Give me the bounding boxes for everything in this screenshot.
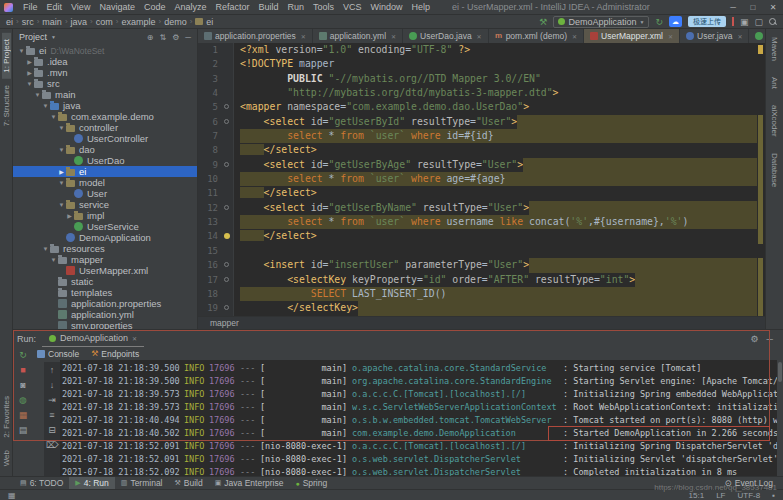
breadcrumb-item[interactable]: java (71, 17, 88, 27)
tab-usermapper-xml[interactable]: UserMapper.xml✕ (584, 29, 680, 43)
clear-all-icon[interactable]: ⌦ (46, 440, 59, 450)
tab-application-properties[interactable]: application.properties✕ (198, 29, 313, 43)
menu-file[interactable]: File (19, 2, 42, 12)
menu-tools[interactable]: Tools (309, 2, 338, 12)
print-icon[interactable]: ⊟ (48, 425, 56, 435)
hide-panel-icon[interactable]: ─ (185, 33, 191, 42)
gutter-icon-area[interactable] (222, 143, 234, 157)
tree-item-userservice[interactable]: UserService (13, 221, 197, 232)
fold-icon[interactable] (224, 119, 229, 124)
settings-icon[interactable]: ⚙ (172, 33, 179, 42)
maximize-button[interactable]: □ (743, 3, 763, 12)
fold-icon[interactable] (224, 277, 229, 282)
down-stacktrace-icon[interactable]: ↓ (50, 380, 55, 390)
tree-item-static[interactable]: static (13, 276, 197, 287)
build-hammer-icon[interactable]: ⚒ (539, 17, 547, 27)
tree-arrow-icon[interactable]: ▶ (65, 212, 74, 219)
breadcrumb-item[interactable]: com (96, 17, 113, 27)
gutter-icon-area[interactable] (222, 86, 234, 100)
caret-position[interactable]: 15:1 (689, 491, 705, 500)
stripe-structure[interactable]: 7: Structure (2, 79, 11, 132)
pin-icon[interactable]: ▤ (19, 425, 28, 435)
tree-arrow-icon[interactable]: ▼ (49, 257, 58, 263)
tree-arrow-icon[interactable]: ▼ (17, 48, 26, 54)
tab-console[interactable]: Console (37, 349, 79, 359)
scroll-to-end-icon[interactable]: ≡ (49, 410, 54, 420)
fold-icon[interactable] (224, 104, 229, 109)
toolwindow-button-build[interactable]: ⚒Build (169, 477, 209, 489)
gutter-icon-area[interactable] (222, 72, 234, 86)
stop-icon[interactable]: ■ (20, 365, 25, 375)
collapse-all-icon[interactable]: ⇅ (159, 33, 166, 42)
menu-edit[interactable]: Edit (43, 2, 67, 12)
tree-arrow-icon[interactable]: ▶ (57, 168, 66, 175)
menu-navigate[interactable]: Navigate (95, 2, 139, 12)
tree-item-main[interactable]: ▼main (13, 89, 197, 100)
gutter-icon-area[interactable] (222, 273, 234, 287)
gutter-icon-area[interactable] (222, 115, 234, 129)
gutter-icon-area[interactable] (222, 43, 234, 57)
up-stacktrace-icon[interactable]: ↑ (50, 365, 55, 375)
tree-item-usermapper-xml[interactable]: UserMapper.xml (13, 265, 197, 276)
tree-item-dao[interactable]: ▼dao (13, 144, 197, 155)
gutter-icon-area[interactable] (222, 258, 234, 272)
toolwindow-button-spring[interactable]: ●Spring (289, 477, 333, 489)
fold-icon[interactable] (224, 262, 229, 267)
tree-item-com-example-demo[interactable]: ▼com.example.demo (13, 111, 197, 122)
close-icon[interactable]: ✕ (301, 33, 306, 40)
fold-icon[interactable] (224, 205, 229, 210)
tree-arrow-icon[interactable]: ▶ (25, 58, 34, 65)
fold-icon[interactable] (224, 305, 229, 310)
run-tab-demoapplication[interactable]: DemoApplication ✕ (42, 330, 144, 347)
tree-item-src[interactable]: ▼src (13, 78, 197, 89)
gutter-icon-area[interactable] (222, 229, 234, 243)
breadcrumb-item[interactable]: example (121, 17, 155, 27)
soft-wrap-icon[interactable]: ⇥ (48, 395, 56, 405)
tree-item-application-yml[interactable]: application.yml (13, 309, 197, 320)
toolwindow-button-terminal[interactable]: ▥Terminal (115, 477, 169, 489)
gutter-icon-area[interactable] (222, 301, 234, 315)
toolwindow-button-java-enterprise[interactable]: ▣Java Enterprise (209, 477, 290, 489)
breadcrumb-item[interactable]: ei (6, 17, 13, 27)
menu-view[interactable]: View (67, 2, 94, 12)
code-editor[interactable]: 1<?xml version="1.0" encoding="UTF-8" ?>… (198, 43, 757, 316)
close-button[interactable]: ✕ (763, 3, 783, 12)
project-view-icon[interactable]: ▣ (740, 17, 749, 27)
tree-arrow-icon[interactable]: ▼ (41, 103, 50, 109)
tree-item-userdao[interactable]: UserDao (13, 155, 197, 166)
rerun-icon[interactable]: ↻ (19, 350, 27, 360)
menu-vcs[interactable]: VCS (339, 2, 366, 12)
search-everywhere-icon[interactable] (769, 18, 777, 26)
tab-userservice-java[interactable]: UserService.java✕ (749, 29, 765, 43)
tool-window-switcher-icon[interactable]: ▦ (8, 491, 16, 500)
stripe-favorites[interactable]: 2: Favorites (2, 390, 11, 444)
menu-help[interactable]: Help (408, 2, 435, 12)
gutter-icon-area[interactable] (222, 287, 234, 301)
close-icon[interactable]: ✕ (391, 33, 396, 40)
close-icon[interactable]: ✕ (668, 33, 673, 40)
tree-item-application-properties[interactable]: application.properties (13, 298, 197, 309)
locate-icon[interactable]: ⊕ (147, 33, 154, 42)
hide-panel-icon[interactable]: ─ (767, 334, 773, 344)
tree-item-smy-properties[interactable]: smy.properties (13, 320, 197, 329)
tree-arrow-icon[interactable]: ▼ (33, 92, 42, 98)
tree-arrow-icon[interactable]: ▼ (57, 125, 66, 131)
tab-application-yml[interactable]: application.yml✕ (313, 29, 403, 43)
cloud-plugin-icon[interactable]: ☁ (669, 16, 682, 27)
gutter-icon-area[interactable] (222, 100, 234, 114)
tree-item--idea[interactable]: ▶.idea (13, 56, 197, 67)
toolwindow-button-4--run[interactable]: ▶4: Run (69, 477, 114, 489)
tree-item--mvn[interactable]: ▶.mvn (13, 67, 197, 78)
tree-arrow-icon[interactable]: ▼ (49, 114, 58, 120)
menu-build[interactable]: Build (254, 2, 282, 12)
stripe-maven[interactable]: Maven (770, 29, 779, 69)
close-icon[interactable]: ✕ (477, 33, 482, 40)
breadcrumb-item[interactable]: demo (164, 17, 187, 27)
editor-error-stripe[interactable] (757, 43, 765, 316)
screenshot-icon[interactable]: ◙ (20, 380, 25, 390)
gutter-icon-area[interactable] (222, 244, 234, 258)
menu-analyze[interactable]: Analyze (170, 2, 210, 12)
console-scrollbar[interactable] (778, 362, 782, 382)
tree-item-user[interactable]: User (13, 188, 197, 199)
tree-item-java[interactable]: ▼java (13, 100, 197, 111)
